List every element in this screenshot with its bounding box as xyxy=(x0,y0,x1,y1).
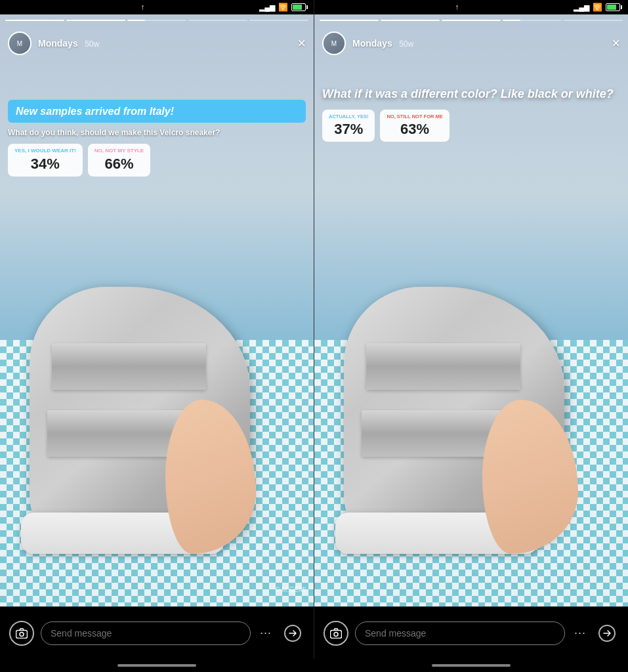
status-icons-left: ▂▄▆ 🛜 xyxy=(259,3,306,12)
story-header-2: M Mondays 50w × xyxy=(314,26,628,60)
signal-icon-left: ▂▄▆ xyxy=(259,3,275,12)
battery-icon-left xyxy=(291,3,306,11)
home-indicator-left xyxy=(117,664,196,667)
poll-option-no-pct-2: 63% xyxy=(387,121,442,138)
message-input-left[interactable] xyxy=(41,621,251,645)
headline-box-1: New samples arrived from Italy! xyxy=(8,100,306,123)
message-input-right[interactable] xyxy=(355,621,565,645)
poll-option-yes-2[interactable]: ACTUALLY, YES! 37% xyxy=(322,110,375,142)
poll-options-2: ACTUALLY, YES! 37% NO, STILL NOT FOR ME … xyxy=(322,110,620,142)
stories-container: M Mondays 50w × New samples arrived from… xyxy=(0,14,628,606)
home-indicator-left-container xyxy=(0,659,314,672)
shoe-area-1 xyxy=(16,211,298,554)
story-info-1: Mondays 50w xyxy=(38,37,297,49)
wifi-icon-left: 🛜 xyxy=(278,3,288,12)
progress-fill-1-2 xyxy=(66,20,125,21)
poll-options-1: YES, I WOULD WEAR IT! 34% NO, NOT MY STY… xyxy=(8,144,306,177)
progress-fill-2-3 xyxy=(442,20,501,21)
send-button-left[interactable] xyxy=(281,621,304,645)
story-avatar-2: M xyxy=(322,32,346,55)
progress-bar-1-2 xyxy=(66,20,125,21)
progress-bar-2-1 xyxy=(320,20,379,21)
progress-bars-2 xyxy=(320,20,623,21)
story-close-button-2[interactable]: × xyxy=(612,35,620,52)
progress-bar-2-4 xyxy=(503,20,562,21)
poll-option-no-label-2: NO, STILL NOT FOR ME xyxy=(387,114,442,119)
progress-bar-1-5 xyxy=(249,20,308,21)
story-username-2: Mondays xyxy=(352,38,392,49)
bottom-bar: ··· ··· xyxy=(0,606,628,659)
avatar-inner-2: M xyxy=(324,33,345,54)
poll-option-no-1[interactable]: NO, NOT MY STYLE 66% xyxy=(88,144,150,177)
camera-icon-left xyxy=(16,628,28,639)
poll-overlay-1: New samples arrived from Italy! What do … xyxy=(8,100,306,177)
svg-point-3 xyxy=(334,632,338,636)
progress-fill-2-1 xyxy=(320,20,379,21)
progress-bar-1-4 xyxy=(188,20,247,21)
story-avatar-1: M xyxy=(8,32,31,55)
status-bar-right: 3:29 ↑ ▂▄▆ 🛜 xyxy=(314,0,628,14)
avatar-inner-1: M xyxy=(9,33,30,54)
progress-bar-2-2 xyxy=(381,20,440,21)
story-time-2: 50w xyxy=(399,39,413,49)
signal-icon-right: ▂▄▆ xyxy=(574,3,589,12)
home-indicator-bar xyxy=(0,659,628,672)
battery-icon-right xyxy=(606,3,620,11)
watermark-1: © M.GEMI xyxy=(275,586,306,593)
question-text-2: What if it was a different color? Like b… xyxy=(322,87,620,102)
send-button-right[interactable] xyxy=(595,621,619,645)
battery-fill-right xyxy=(607,5,616,10)
poll-option-yes-pct-2: 37% xyxy=(329,121,368,138)
more-button-left[interactable]: ··· xyxy=(257,626,274,640)
status-bar-left: 3:29 ↑ ▂▄▆ 🛜 xyxy=(0,0,314,14)
time-right: 3:29 xyxy=(322,3,340,12)
bottom-right: ··· xyxy=(314,606,628,659)
status-arrow-left: ↑ xyxy=(140,3,144,12)
story-close-button-1[interactable]: × xyxy=(297,35,306,52)
camera-button-left[interactable] xyxy=(9,621,34,646)
story-panel-1[interactable]: M Mondays 50w × New samples arrived from… xyxy=(0,14,314,606)
wifi-icon-right: 🛜 xyxy=(593,3,602,12)
story-panel-2[interactable]: M Mondays 50w × What if it was a differe… xyxy=(314,14,628,606)
more-button-right[interactable]: ··· xyxy=(572,626,589,640)
progress-bar-1-3 xyxy=(127,20,186,21)
battery-fill-left xyxy=(293,5,302,10)
progress-fill-1-1 xyxy=(5,20,64,21)
poll-overlay-2: What if it was a different color? Like b… xyxy=(322,87,620,142)
progress-fill-2-2 xyxy=(381,20,440,21)
home-indicator-right xyxy=(432,664,511,667)
subtext-1: What do you think, should we make this V… xyxy=(8,128,306,137)
story-time-1: 50w xyxy=(85,39,99,49)
svg-point-1 xyxy=(20,632,24,636)
progress-bar-2-5 xyxy=(564,20,623,21)
poll-option-yes-pct-1: 34% xyxy=(14,156,76,173)
poll-option-yes-label-1: YES, I WOULD WEAR IT! xyxy=(14,148,76,154)
poll-option-yes-1[interactable]: YES, I WOULD WEAR IT! 34% xyxy=(8,144,83,177)
status-arrow-right: ↑ xyxy=(455,3,459,12)
progress-fill-1-3 xyxy=(127,20,145,21)
story-username-1: Mondays xyxy=(38,38,78,49)
bottom-left: ··· xyxy=(0,606,314,659)
story-header-1: M Mondays 50w × xyxy=(0,26,314,60)
shoe-area-2 xyxy=(330,211,612,554)
home-indicator-right-container xyxy=(314,659,629,672)
strap1-2 xyxy=(366,343,520,390)
time-left: 3:29 xyxy=(8,3,26,12)
camera-icon-right xyxy=(330,628,342,639)
progress-bar-2-3 xyxy=(442,20,501,21)
poll-option-yes-label-2: ACTUALLY, YES! xyxy=(329,114,368,119)
poll-option-no-label-1: NO, NOT MY STYLE xyxy=(94,148,144,154)
story-info-2: Mondays 50w xyxy=(352,37,612,49)
headline-text-1: New samples arrived from Italy! xyxy=(16,106,174,117)
poll-option-no-2[interactable]: NO, STILL NOT FOR ME 63% xyxy=(380,110,449,142)
progress-bars-1 xyxy=(5,20,308,21)
camera-button-right[interactable] xyxy=(324,621,348,646)
poll-option-no-pct-1: 66% xyxy=(94,156,144,173)
svg-rect-0 xyxy=(16,630,28,638)
progress-bar-1-1 xyxy=(5,20,64,21)
svg-rect-2 xyxy=(331,630,342,638)
send-icon-left xyxy=(284,625,301,642)
progress-fill-2-4 xyxy=(503,20,520,21)
send-icon-right xyxy=(598,625,616,642)
status-icons-right: ▂▄▆ 🛜 xyxy=(574,3,620,12)
